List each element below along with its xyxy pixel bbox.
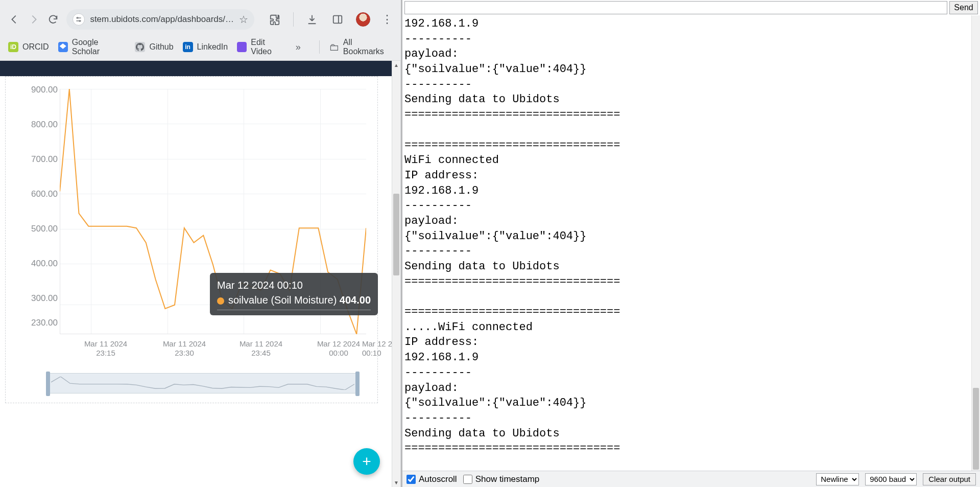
serial-send-button[interactable]: Send	[949, 1, 978, 14]
navigator-mini-series	[51, 377, 354, 390]
tooltip-timestamp: Mar 12 2024 00:10	[217, 278, 371, 293]
arrow-left-icon	[9, 14, 20, 25]
show-timestamp-label: Show timestamp	[475, 474, 540, 484]
page-content: 900.00 800.00 700.00 600.00 500.00 400.0…	[0, 61, 401, 487]
y-tick: 800.00	[16, 120, 58, 130]
serial-scroll-thumb[interactable]	[973, 388, 979, 470]
panel-icon	[332, 14, 343, 25]
bookmark-star-icon[interactable]: ☆	[239, 13, 248, 26]
bookmark-label: Github	[149, 42, 173, 52]
orcid-icon: iD	[8, 42, 18, 52]
bookmarks-divider	[319, 40, 320, 54]
autoscroll-input[interactable]	[407, 475, 416, 484]
bookmark-label: Google Scholar	[72, 38, 126, 56]
bookmark-linkedin[interactable]: in LinkedIn	[183, 42, 228, 52]
autoscroll-label: Autoscroll	[419, 474, 457, 484]
reload-icon	[47, 14, 59, 25]
downloads-button[interactable]	[305, 12, 319, 27]
svg-point-0	[77, 17, 78, 18]
all-bookmarks-button[interactable]: 🗀 All Bookmarks	[329, 38, 393, 56]
back-button[interactable]	[8, 12, 20, 27]
serial-log-text: 192.168.1.9 ---------- payload: {"soilva…	[404, 17, 620, 455]
bookmarks-overflow-button[interactable]: »	[296, 42, 301, 53]
y-tick: 600.00	[16, 189, 58, 199]
y-tick: 900.00	[16, 85, 58, 95]
x-tick: Mar 11 202423:15	[75, 339, 136, 358]
serial-monitor: Send 192.168.1.9 ---------- payload: {"s…	[402, 0, 980, 487]
site-info-icon[interactable]	[73, 13, 85, 26]
x-tick: Mar 11 202423:45	[230, 339, 292, 358]
omnibox[interactable]: stem.ubidots.com/app/dashboards/… ☆	[66, 9, 254, 30]
show-timestamp-input[interactable]	[463, 475, 472, 484]
toolbar-right: ⋮	[268, 12, 393, 27]
serial-input[interactable]	[404, 1, 947, 14]
chart-widget: 900.00 800.00 700.00 600.00 500.00 400.0…	[5, 76, 378, 403]
svg-rect-2	[333, 16, 342, 24]
scroll-up-arrow[interactable]: ▲	[392, 61, 400, 69]
scroll-thumb[interactable]	[393, 194, 399, 275]
github-icon	[135, 42, 145, 52]
serial-footer: Autoscroll Show timestamp Newline 9600 b…	[402, 471, 980, 487]
navigator-handle-left[interactable]	[46, 372, 50, 396]
baud-select[interactable]: 9600 baud	[865, 473, 917, 485]
scroll-down-arrow[interactable]: ▼	[392, 478, 400, 487]
sidepanel-button[interactable]	[330, 12, 345, 27]
profile-avatar[interactable]	[356, 12, 370, 27]
forward-button[interactable]	[28, 12, 40, 27]
bookmark-label: LinkedIn	[197, 42, 228, 52]
url-text: stem.ubidots.com/app/dashboards/…	[90, 14, 234, 25]
y-tick: 500.00	[16, 224, 58, 234]
tab-strip	[0, 0, 401, 5]
show-timestamp-checkbox[interactable]: Show timestamp	[463, 474, 540, 484]
bookmark-orcid[interactable]: iD ORCID	[8, 42, 49, 52]
folder-icon: 🗀	[329, 41, 339, 53]
chart-navigator[interactable]	[47, 373, 358, 393]
page-vertical-scrollbar[interactable]: ▲ ▼	[392, 61, 400, 487]
line-ending-select[interactable]: Newline	[816, 473, 859, 485]
chart-tooltip: Mar 12 2024 00:10 soilvalue (Soil Moistu…	[210, 273, 378, 315]
chart-plot-area[interactable]: 900.00 800.00 700.00 600.00 500.00 400.0…	[16, 84, 373, 370]
bookmark-label: Edit Video	[251, 38, 286, 56]
y-tick: 400.00	[16, 259, 58, 269]
y-tick: 230.00	[16, 318, 58, 328]
tooltip-value-row: soilvalue (Soil Moisture) 404.00	[217, 293, 371, 308]
clip-icon	[237, 42, 247, 52]
x-tick: Mar 11 202423:30	[154, 339, 215, 358]
serial-log[interactable]: 192.168.1.9 ---------- payload: {"soilva…	[402, 15, 980, 471]
puzzle-icon	[269, 14, 280, 25]
serial-scrollbar[interactable]	[971, 15, 980, 471]
bookmark-edit-video[interactable]: Edit Video	[237, 38, 286, 56]
dashboard-header-bar	[0, 61, 392, 76]
y-tick: 700.00	[16, 154, 58, 165]
plus-icon: +	[362, 453, 371, 470]
chrome-menu-button[interactable]: ⋮	[381, 14, 393, 25]
bookmark-google-scholar[interactable]: Google Scholar	[58, 38, 126, 56]
bookmark-github[interactable]: Github	[135, 42, 173, 52]
bookmark-label: ORCID	[22, 42, 49, 52]
svg-point-1	[80, 20, 81, 21]
x-tick: Mar 12 202400:00	[308, 339, 369, 358]
browser-window: stem.ubidots.com/app/dashboards/… ☆ ⋮ iD…	[0, 0, 402, 487]
autoscroll-checkbox[interactable]: Autoscroll	[407, 474, 457, 484]
serial-send-row: Send	[402, 0, 980, 15]
toolbar-divider	[293, 12, 294, 27]
clear-output-button[interactable]: Clear output	[923, 473, 976, 485]
y-tick: 300.00	[16, 293, 58, 304]
all-bookmarks-label: All Bookmarks	[343, 38, 393, 56]
extensions-button[interactable]	[268, 12, 282, 27]
google-scholar-icon	[58, 42, 68, 52]
navigator-handle-right[interactable]	[355, 372, 360, 396]
linkedin-icon: in	[183, 42, 193, 52]
reload-button[interactable]	[47, 12, 59, 27]
browser-toolbar: stem.ubidots.com/app/dashboards/… ☆ ⋮	[0, 5, 401, 34]
bookmarks-bar: iD ORCID Google Scholar Github in Linked…	[0, 34, 401, 61]
series-color-dot	[217, 297, 224, 305]
arrow-right-icon	[28, 14, 39, 25]
download-icon	[306, 14, 318, 25]
add-widget-fab[interactable]: +	[353, 448, 380, 475]
